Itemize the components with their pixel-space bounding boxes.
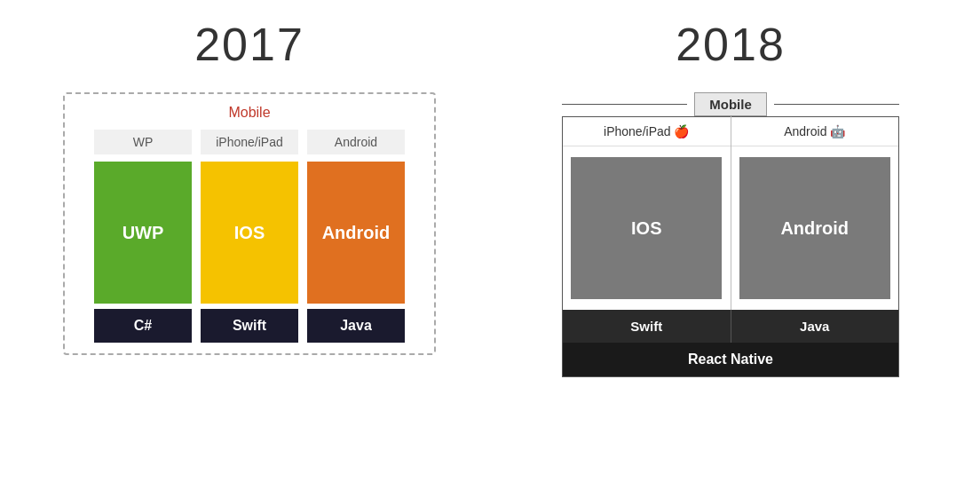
block-android-2018: Android <box>739 157 890 299</box>
columns-2017: WP UWP C# iPhone/iPad IOS Swift Android … <box>94 130 405 353</box>
col-android-2018: Android 🤖 Android <box>731 116 899 310</box>
year-2018-title: 2018 <box>676 18 786 71</box>
col-android-2017: Android Android Java <box>307 130 405 353</box>
year-2017-title: 2017 <box>194 18 304 71</box>
mobile-label-2017: Mobile <box>228 105 270 121</box>
lang-bar-row: Swift Java <box>562 310 899 343</box>
mobile-label-2018: Mobile <box>694 92 767 116</box>
block-ios-2018: IOS <box>571 157 722 299</box>
section-2017: 2017 Mobile WP UWP C# iPhone/iPad IOS Sw… <box>36 18 463 464</box>
block-android-2017: Android <box>307 162 405 304</box>
diagram-2017: Mobile WP UWP C# iPhone/iPad IOS Swift A… <box>63 92 436 355</box>
section-2018: 2018 Mobile iPhone/iPad 🍎 IOS Android 🤖 … <box>517 18 944 464</box>
react-native-bar: React Native <box>562 343 899 377</box>
col-header-wp: WP <box>94 130 192 154</box>
col-header-iphone: iPhone/iPad <box>201 130 298 154</box>
block-uwp: UWP <box>94 162 192 304</box>
block-ios-2017: IOS <box>201 162 298 304</box>
mobile-line-right <box>774 104 899 105</box>
diagram-2018: Mobile iPhone/iPad 🍎 IOS Android 🤖 Andro… <box>562 92 899 377</box>
col-header-android-2017: Android <box>307 130 405 154</box>
main-container: 2017 Mobile WP UWP C# iPhone/iPad IOS Sw… <box>0 0 980 482</box>
lang-swift-2018: Swift <box>563 310 731 343</box>
lang-java-2017: Java <box>307 309 405 343</box>
mobile-header-2018: Mobile <box>562 92 899 116</box>
mobile-line-left <box>562 104 687 105</box>
col-header-android-2018: Android 🤖 <box>731 116 899 146</box>
col-iphone: iPhone/iPad IOS Swift <box>201 130 298 353</box>
lang-java-2018: Java <box>731 310 899 343</box>
col-header-iphone-2018: iPhone/iPad 🍎 <box>563 116 731 146</box>
lang-csharp: C# <box>94 309 192 343</box>
lang-swift-2017: Swift <box>201 309 298 343</box>
col-wp: WP UWP C# <box>94 130 192 353</box>
columns-2018: iPhone/iPad 🍎 IOS Android 🤖 Android <box>562 116 899 310</box>
col-iphone-2018: iPhone/iPad 🍎 IOS <box>563 116 731 310</box>
